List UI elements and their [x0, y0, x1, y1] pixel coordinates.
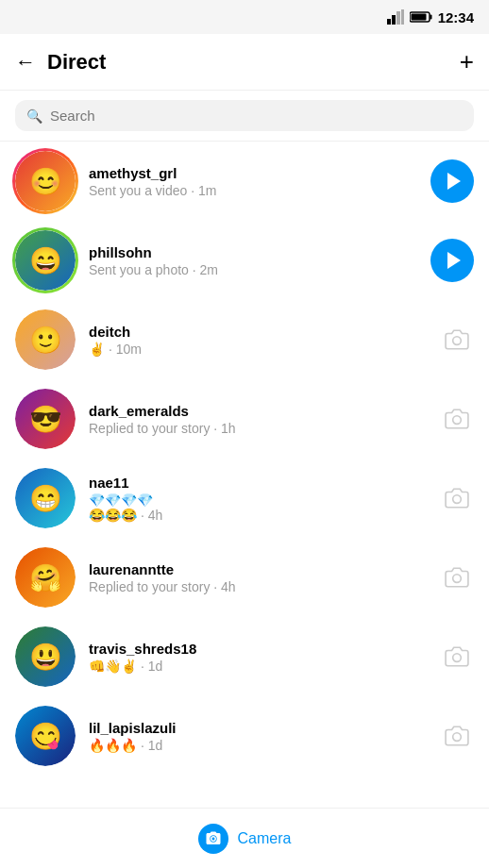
message-username: travis_shreds18	[89, 641, 430, 657]
camera-button[interactable]	[440, 640, 474, 674]
message-action[interactable]	[440, 481, 474, 515]
svg-rect-6	[411, 14, 426, 21]
svg-point-9	[453, 495, 462, 504]
svg-marker-3	[401, 9, 404, 25]
message-preview: Replied to your story · 1h	[89, 421, 430, 436]
message-username: lil_lapislazuli	[89, 720, 430, 736]
signal-icon	[387, 9, 404, 25]
new-message-button[interactable]: +	[460, 47, 474, 76]
list-item[interactable]: 😃travis_shreds18👊👋✌️ · 1d	[0, 617, 489, 696]
status-bar: 12:34	[0, 0, 489, 34]
svg-point-10	[453, 575, 462, 583]
svg-marker-1	[392, 15, 396, 25]
message-action[interactable]	[430, 239, 474, 282]
search-bar: 🔍	[0, 91, 489, 142]
list-item[interactable]: 😄phillsohnSent you a photo · 2m	[0, 221, 489, 300]
search-input-wrap[interactable]: 🔍	[15, 100, 474, 131]
camera-button[interactable]	[440, 560, 474, 594]
search-icon: 🔍	[26, 108, 42, 124]
list-item[interactable]: 😋lil_lapislazuli🔥🔥🔥 · 1d	[0, 696, 489, 776]
message-preview: Sent you a video · 1m	[89, 183, 421, 198]
camera-icon	[445, 407, 469, 431]
list-item[interactable]: 😊amethyst_grlSent you a video · 1m	[0, 142, 489, 221]
play-button[interactable]	[430, 239, 474, 282]
message-info: phillsohnSent you a photo · 2m	[89, 244, 421, 277]
camera-button[interactable]	[440, 481, 474, 515]
message-username: nae11	[89, 475, 430, 491]
time-display: 12:34	[438, 9, 474, 25]
svg-point-7	[453, 337, 462, 345]
camera-icon	[198, 824, 228, 854]
message-preview: ✌️ · 10m	[89, 342, 430, 357]
message-info: lil_lapislazuli🔥🔥🔥 · 1d	[89, 720, 430, 753]
battery-icon	[410, 10, 432, 24]
camera-icon	[445, 565, 469, 590]
camera-icon	[445, 724, 469, 748]
svg-point-12	[453, 733, 462, 742]
messages-list: 😊amethyst_grlSent you a video · 1m😄phill…	[0, 142, 489, 806]
camera-icon	[445, 327, 469, 352]
camera-icon	[445, 486, 469, 510]
list-item[interactable]: 😎dark_emeraldsReplied to your story · 1h	[0, 379, 489, 459]
message-username: phillsohn	[89, 244, 421, 260]
message-action[interactable]	[440, 402, 474, 436]
message-info: amethyst_grlSent you a video · 1m	[89, 165, 421, 198]
message-info: deitch✌️ · 10m	[89, 324, 430, 357]
list-item[interactable]: 🙂deitch✌️ · 10m	[0, 300, 489, 379]
svg-marker-0	[387, 19, 391, 25]
message-action[interactable]	[440, 560, 474, 594]
message-username: deitch	[89, 324, 430, 340]
message-username: amethyst_grl	[89, 165, 421, 181]
message-action[interactable]	[430, 159, 474, 203]
message-preview: Sent you a photo · 2m	[89, 262, 421, 277]
message-preview: 👊👋✌️ · 1d	[89, 659, 430, 674]
camera-svg	[205, 830, 222, 847]
page-title: Direct	[47, 50, 460, 75]
search-input[interactable]	[50, 108, 463, 124]
message-info: nae11💎💎💎💎😂😂😂 · 4h	[89, 475, 430, 523]
message-action[interactable]	[440, 640, 474, 674]
status-icons: 12:34	[387, 9, 474, 25]
svg-rect-5	[430, 15, 431, 20]
header: ← Direct +	[0, 34, 489, 91]
camera-button[interactable]	[440, 402, 474, 436]
message-username: laurenanntte	[89, 561, 430, 577]
message-action[interactable]	[440, 719, 474, 753]
message-username: dark_emeralds	[89, 403, 430, 419]
bottom-bar[interactable]: Camera	[0, 808, 489, 868]
camera-icon	[445, 644, 469, 669]
message-preview: 🔥🔥🔥 · 1d	[89, 738, 430, 753]
message-info: laurenanntteReplied to your story · 4h	[89, 561, 430, 594]
list-item[interactable]: 🤗laurenanntteReplied to your story · 4h	[0, 538, 489, 617]
message-info: travis_shreds18👊👋✌️ · 1d	[89, 641, 430, 674]
message-preview: 💎💎💎💎😂😂😂 · 4h	[89, 492, 430, 523]
play-button[interactable]	[430, 159, 474, 203]
svg-point-11	[453, 654, 462, 662]
camera-button[interactable]	[440, 323, 474, 357]
svg-point-8	[453, 416, 462, 425]
message-info: dark_emeraldsReplied to your story · 1h	[89, 403, 430, 436]
camera-button[interactable]	[440, 719, 474, 753]
message-action[interactable]	[440, 323, 474, 357]
list-item[interactable]: 😁nae11💎💎💎💎😂😂😂 · 4h	[0, 459, 489, 538]
camera-label: Camera	[238, 830, 292, 847]
svg-marker-2	[396, 11, 400, 25]
message-preview: Replied to your story · 4h	[89, 579, 430, 594]
back-button[interactable]: ←	[15, 50, 36, 75]
